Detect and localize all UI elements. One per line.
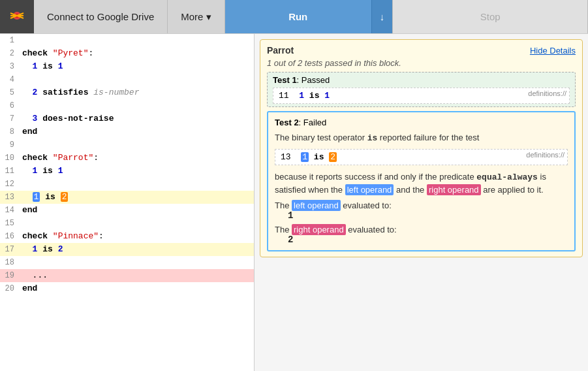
toolbar: Connect to Google Drive More ▾ Run ↓ Sto… [0,0,588,34]
run-group: Run ↓ [225,0,394,33]
test2-code-box: definitions:// 13 1 is 2 [275,149,568,165]
test1-block: Test 1: Passed definitions:// 11 1 is 1 [267,72,576,107]
code-line: 8 end [0,125,254,138]
parrot-summary: 1 out of 2 tests passed in this block. [267,58,576,68]
test1-label: Test 1: Passed [273,75,570,85]
eval-right: The right operand evaluated to: 2 [275,225,568,245]
stop-button[interactable]: Stop [393,0,588,33]
test1-code-box: definitions:// 11 1 is 1 [273,88,570,104]
eval-right-value: 2 [288,234,568,245]
test2-desc1: The binary test operator is reported fai… [275,131,568,145]
editor-panel[interactable]: 1 2 check "Pyret": 3 1 is 1 4 5 2 satisf… [0,34,255,371]
code-line: 3 1 is 1 [0,60,254,73]
main-area: 1 2 check "Pyret": 3 1 is 1 4 5 2 satisf… [0,34,588,371]
code-line: 20 end [0,282,254,295]
logo-icon [7,7,27,27]
test2-block: Test 2: Failed The binary test operator … [267,111,576,251]
code-line: 5 2 satisfies is-number [0,86,254,99]
test2-line-num: 13 [281,152,291,162]
code-line: 10 check "Parrot": [0,152,254,165]
code-line-19: 19 ... [0,269,254,282]
test1-source: definitions:// [528,89,566,97]
results-panel: Parrot Hide Details 1 out of 2 tests pas… [255,34,588,371]
test2-source: definitions:// [526,151,565,159]
connect-google-drive-button[interactable]: Connect to Google Drive [34,0,168,33]
eval-left: The left operand evaluated to: 1 [275,201,568,221]
code-line: 14 end [0,204,254,217]
parrot-block: Parrot Hide Details 1 out of 2 tests pas… [260,39,583,257]
more-button[interactable]: More ▾ [168,0,224,33]
app-logo [0,0,34,33]
code-line: 11 1 is 1 [0,165,254,178]
code-line: 6 [0,99,254,112]
eval-left-value: 1 [288,210,568,221]
run-button[interactable]: Run [225,0,371,33]
parrot-header: Parrot Hide Details [267,45,576,56]
code-line: 12 [0,178,254,191]
code-line: 9 [0,138,254,152]
code-line: 18 [0,256,254,269]
code-line: 15 [0,217,254,230]
test1-line-num: 11 [279,91,289,101]
code-line: 2 check "Pyret": [0,47,254,60]
code-line-17: 17 1 is 2 [0,243,254,256]
code-line: 16 check "Pinnace": [0,230,254,243]
code-line: 1 [0,34,254,47]
test2-label: Test 2: Failed [275,118,568,127]
code-line: 7 3 does-not-raise [0,112,254,125]
code-line: 4 [0,73,254,86]
hide-details-link[interactable]: Hide Details [530,46,576,56]
parrot-title: Parrot [267,45,294,56]
test2-desc2: because it reports success if and only i… [275,170,568,197]
run-arrow-button[interactable]: ↓ [371,0,394,33]
code-line-13: 13 1 is 2 [0,191,254,204]
